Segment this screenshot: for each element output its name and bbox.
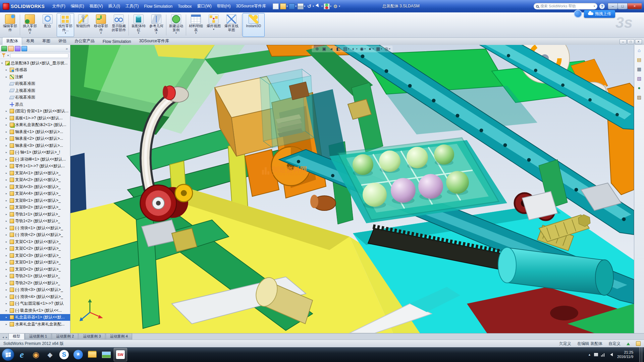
tree-item[interactable]: ▸ 支架B<1> (默认<<默认>_ (0, 197, 70, 204)
expand-arrow-icon[interactable]: ▸ (6, 68, 9, 71)
action-center-icon[interactable] (594, 353, 598, 356)
tree-item[interactable]: ▸ 支架B<2> (默认<<默认>_ (0, 204, 70, 211)
tree-item[interactable]: ▸ 支架A<2> (默认<<默认>_ (0, 177, 70, 184)
tree-item[interactable]: ▸ 水果礼盒装配体2<1> (默认... (0, 122, 70, 129)
window-button[interactable]: – (608, 3, 618, 9)
command-tab[interactable]: 办公室产品 (70, 37, 99, 45)
status-arrow-icon[interactable] (627, 341, 630, 345)
expand-arrow-icon[interactable]: ▸ (6, 206, 9, 209)
ribbon-button[interactable] (128, 14, 129, 36)
tree-item[interactable]: ▸ 支架C<2> (默认<<默认>_ (0, 245, 70, 252)
menu-item[interactable]: 工具(T) (123, 2, 141, 10)
expand-arrow-icon[interactable]: ▸ (6, 185, 9, 188)
expand-arrow-icon[interactable]: ▸ (6, 151, 9, 154)
quick-access-button[interactable]: ⚙ ▾ (332, 3, 340, 9)
model-tab[interactable]: 运动算例 3 (78, 333, 105, 340)
tree-item[interactable]: 原点 (0, 101, 70, 108)
ribbon-button[interactable]: 插入零部件 ▾ (21, 13, 39, 37)
command-tab[interactable]: 3DSource零件库 (135, 37, 173, 45)
view-tool-button[interactable]: ● ▾ (367, 46, 374, 52)
tree-item[interactable]: ▸ (-) 滑块<3> (默认<<默认>_ (0, 287, 70, 294)
ribbon-button[interactable]: 配合 (39, 13, 56, 37)
ribbon-button[interactable] (241, 14, 241, 36)
quick-access-button[interactable]: ▾ (289, 3, 297, 9)
panel-tab-icon[interactable] (21, 46, 27, 51)
tree-item[interactable]: ▸ (-) 滑块<2> (默认<<默认>_ (0, 232, 70, 239)
tab-scroll-arrow-icon[interactable]: ◂ (1, 336, 5, 340)
tree-item[interactable]: ▸ 导轨1<1> (默认<<默认>_ (0, 211, 70, 218)
tree-item[interactable]: ▸ (-) 轴<1> (默认<<默认>_! (0, 149, 70, 156)
tree-item[interactable]: ▸ (-) 滑块<1> (默认<<默认>_ (0, 225, 70, 232)
expand-arrow-icon[interactable]: ▸ (6, 295, 9, 298)
tree-item[interactable]: ▸ 轴承座<3> (默认<<默认>... (0, 142, 70, 149)
expand-arrow-icon[interactable]: ▸ (6, 178, 9, 181)
ribbon-button[interactable]: 移动零部件 ▾ (92, 13, 110, 37)
tree-item[interactable]: ▸ 导轨2<1> (默认<<默认>_ (0, 273, 70, 280)
filter-input[interactable] (10, 53, 68, 58)
ribbon-button[interactable] (166, 14, 166, 36)
expand-arrow-icon[interactable]: ▸ (6, 172, 9, 175)
tree-item[interactable]: ▸ 支架D<1> (默认<<默认>_ (0, 259, 70, 266)
menu-item[interactable]: 3DSource零件库 (233, 2, 269, 10)
expand-arrow-icon[interactable]: ▸ (6, 275, 9, 278)
view-tool-button[interactable]: ◐ ▾ (350, 46, 358, 52)
command-tab[interactable]: 评估 (54, 37, 70, 45)
model-tab[interactable]: 运动算例 1 (25, 333, 51, 340)
tree-item[interactable]: ▸ 零件1<1>->? (默认<<默认... (0, 163, 70, 170)
volume-icon[interactable] (608, 353, 613, 356)
tree-item[interactable]: ▸ 底板<1>->? (默认<<默认... (0, 115, 70, 122)
tree-item[interactable]: ▸ 支架A<3> (默认<<默认>_ (0, 183, 70, 190)
clock[interactable]: 21:25 2016/11/9 (617, 350, 633, 359)
expand-arrow-icon[interactable]: ▸ (6, 117, 9, 120)
graphics-area[interactable]: ⊕ ▣ ◂ ◧ (70, 45, 634, 333)
expand-arrow-icon[interactable]: ▸ (6, 240, 9, 243)
tree-item[interactable]: 上视基准面 (0, 87, 70, 94)
command-tab[interactable]: 布局 (22, 37, 38, 45)
expand-arrow-icon[interactable]: ▸ (6, 199, 9, 202)
tree-item[interactable]: ▸ 支架C<3> (默认<<默认>_ (0, 252, 70, 259)
task-pane-tab-icon[interactable]: ⌂ (638, 48, 640, 53)
document-window-button[interactable]: □ (627, 39, 634, 44)
help-icon[interactable]: ? (599, 4, 605, 9)
expand-arrow-icon[interactable]: ▾ (1, 62, 4, 65)
expand-arrow-icon[interactable]: ▸ (6, 254, 9, 257)
tree-item[interactable]: ▸ 支架A<4> (默认<<默认>_ (0, 190, 70, 197)
menu-item[interactable]: Flow Simulation (141, 3, 175, 10)
tree-item[interactable]: ▸ 导轨1<2> (默认<<默认>_ (0, 218, 70, 225)
model-tab[interactable]: 运动算例 2 (52, 333, 78, 340)
expand-arrow-icon[interactable]: ▸ (6, 227, 9, 230)
expand-arrow-icon[interactable]: ▸ (6, 323, 9, 326)
expand-arrow-icon[interactable]: ▸ (6, 158, 9, 161)
expand-arrow-icon[interactable]: ▸ (6, 233, 9, 236)
expand-arrow-icon[interactable]: ▸ (6, 123, 9, 126)
ribbon-button[interactable]: 显示隐藏的零部件 (110, 13, 127, 37)
view-tool-button[interactable]: ▣ (321, 46, 327, 52)
view-tool-button[interactable]: ◂ (328, 46, 334, 52)
command-tab[interactable]: 草图 (38, 37, 54, 45)
menu-item[interactable]: 帮助(H) (214, 2, 233, 10)
status-edit-icon[interactable] (636, 341, 641, 346)
document-window-button[interactable]: × (635, 39, 642, 44)
taskbar-icon[interactable]: e (15, 348, 29, 361)
taskbar-icon[interactable]: SW (114, 348, 127, 361)
command-tab[interactable]: 装配体 (2, 37, 22, 45)
task-pane-tab-icon[interactable]: ▨ (637, 95, 641, 100)
expand-arrow-icon[interactable]: ▸ (6, 110, 9, 113)
tree-item[interactable]: 前视基准面 (0, 80, 70, 87)
tree-item[interactable]: ▸ (-) 气缸固定板<1>->? (默认 (0, 300, 70, 307)
ribbon-button[interactable]: 装配体特征 ▾ (130, 13, 147, 37)
ribbon-button[interactable]: 线性零部件... ▾ (57, 13, 74, 37)
menu-item[interactable]: 编辑(E) (68, 2, 87, 10)
tree-item[interactable]: ▾ 总装配体3 (默认<默认_显示状... (0, 60, 70, 67)
ribbon-button[interactable]: 爆炸视图 ▾ (205, 13, 222, 37)
tree-item[interactable]: ▸ (-) 吸盘接头<1> (默认<<... (0, 307, 70, 314)
expand-arrow-icon[interactable]: ▸ (6, 302, 9, 305)
ribbon-button[interactable]: 智能扣件 (74, 13, 92, 37)
expand-arrow-icon[interactable]: ▸ (6, 220, 9, 223)
expand-arrow-icon[interactable]: ▸ (6, 288, 9, 291)
view-tool-button[interactable]: ▦ ▾ (375, 46, 383, 52)
view-tool-button[interactable]: ▤ ▾ (342, 46, 350, 52)
tree-item[interactable]: 右视基准面 (0, 94, 70, 101)
expand-arrow-icon[interactable]: ▸ (6, 309, 9, 312)
menu-item[interactable]: 视图(V) (87, 2, 106, 10)
